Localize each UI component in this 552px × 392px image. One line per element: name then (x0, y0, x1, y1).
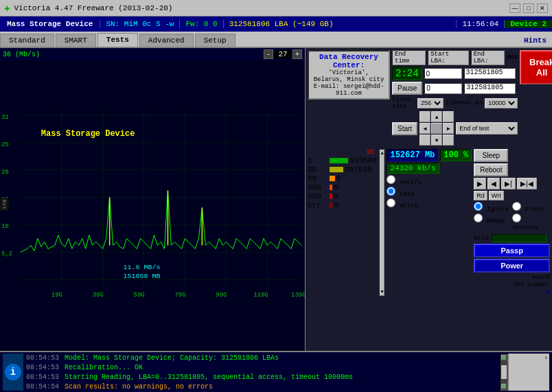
drc-box: Data Recovery Center: 'Victoria', Belaru… (308, 50, 390, 100)
play-button[interactable]: ▶ (474, 178, 486, 189)
svg-text:19G: 19G (51, 292, 62, 299)
start-button[interactable]: Start (392, 122, 417, 135)
remap-radio[interactable] (474, 214, 483, 222)
log-scroll-up[interactable]: ▲ (501, 355, 507, 360)
rd-button[interactable]: Rd (474, 191, 487, 200)
dpad-up-right[interactable] (443, 111, 454, 122)
timeout-label: timeout,ms (446, 100, 483, 106)
graph-counter: - 27 + (264, 49, 302, 59)
erase-radio[interactable] (512, 202, 521, 211)
break-all-button[interactable]: Break All (520, 50, 552, 84)
graph-svg: 31 25 20 15 10 5,2 19G 39G 59G 79G 99G 1… (0, 60, 305, 348)
tab-advanced[interactable]: Advanced (139, 34, 194, 47)
direction-pad: ▲ ◄ ► ▼ (419, 111, 454, 146)
maximize-button[interactable]: □ (523, 3, 534, 13)
max-label: MAX (507, 54, 518, 61)
dpad-up[interactable]: ▲ (431, 111, 442, 122)
drc-title: Data Recovery Center: (313, 53, 384, 69)
restore-radio[interactable] (512, 214, 521, 222)
title-bar-controls: — □ ✕ (509, 3, 548, 13)
block-size-label: block size (392, 96, 415, 110)
dpad-center[interactable] (431, 123, 442, 134)
log-time-3: 08:54:53 (26, 373, 59, 382)
dpad-down[interactable]: ▼ (431, 135, 442, 146)
write-radio-label[interactable]: write (387, 198, 472, 209)
device-sn: SN: MiM 0c S -w (100, 20, 180, 28)
restore-radio-label[interactable]: Restore (512, 214, 550, 231)
block-size-select[interactable]: 256 (417, 98, 444, 108)
app-icon: ✚ (4, 2, 10, 14)
counter-value: 27 (275, 50, 291, 58)
read-radio-label[interactable]: read (387, 187, 472, 198)
timeout-select[interactable]: 10000 (485, 98, 518, 108)
sleep-button[interactable]: Sleep (474, 149, 508, 162)
right-panel: Data Recovery Center: 'Victoria', Belaru… (306, 48, 552, 351)
svg-text:31: 31 (1, 114, 9, 121)
svg-text:10: 10 (1, 223, 9, 230)
ignore-radio-label[interactable]: Ignore (474, 202, 511, 213)
erase-radio-label[interactable]: Erase (512, 202, 550, 213)
drc-line2: E-mail: sergei@hdd-911.com (313, 83, 384, 97)
device-name: Mass Storage Device (0, 20, 100, 28)
hist-bar-err (330, 203, 332, 208)
dpad-up-left[interactable] (419, 111, 430, 122)
skip-end-button[interactable]: ▶|◀ (517, 178, 537, 189)
drc-line1: 'Victoria', Belarus, Minsk city (313, 69, 384, 83)
dpad-left[interactable]: ◄ (419, 123, 430, 134)
grid-label: Grid (474, 235, 489, 242)
close-button[interactable]: ✕ (537, 3, 548, 13)
api-value: 2 (547, 289, 550, 296)
log-scroll-thumb (501, 365, 507, 379)
mid-scrollbar[interactable]: ▲ ▼ (379, 149, 384, 296)
log-scrollbar[interactable]: ▲ ▼ (500, 354, 508, 391)
hist-bar-20 (330, 167, 343, 172)
dpad-down-right[interactable] (443, 135, 454, 146)
passp-button[interactable]: Passp (474, 244, 550, 257)
log-entry-4: 08:54:54 Scan results: no warnings, no e… (26, 382, 500, 392)
wrt-button[interactable]: Wrt (489, 191, 504, 200)
power-button[interactable]: Power (474, 259, 550, 273)
tab-smart[interactable]: SMART (56, 34, 96, 47)
log-area: i 08:54:53 Model: Mass Storage Device; C… (0, 351, 552, 392)
device-fw: Fw: 0 0 (180, 20, 223, 28)
tab-setup[interactable]: Setup (195, 34, 235, 47)
ignore-radio[interactable] (474, 202, 483, 211)
dpad-right[interactable]: ► (443, 123, 454, 134)
right-button-column: Sleep Reboot ▶ ◀ ▶| ▶|◀ Rd Wrt (474, 149, 550, 296)
main-area: 36 (Mb/s) - 27 + (0, 48, 552, 392)
reboot-button[interactable]: Reboot (474, 163, 508, 176)
verify-radio[interactable] (387, 175, 395, 184)
log-entry-3: 08:54:53 Starting Reading, LBA=0..312581… (26, 373, 500, 382)
minimize-button[interactable]: — (509, 3, 520, 13)
svg-text:25: 25 (1, 141, 9, 148)
skip-forward-button[interactable]: ▶| (501, 178, 516, 189)
verify-radio-label[interactable]: verify (387, 175, 472, 186)
hist-row-20: 20 287510 (308, 165, 377, 174)
api-label: API number (513, 281, 550, 288)
counter-minus-button[interactable]: - (264, 49, 273, 59)
start-lba2-input[interactable] (424, 83, 462, 94)
end-time-label: End time (392, 50, 426, 65)
end-of-test-select[interactable]: End of test (456, 122, 518, 135)
svg-text:79G: 79G (174, 292, 185, 299)
tab-standard[interactable]: Standard (0, 34, 54, 47)
hist-bar-600 (330, 194, 332, 199)
log-br-chevron: › (510, 355, 548, 362)
svg-text:119G: 119G (253, 292, 268, 299)
write-radio[interactable] (387, 198, 395, 207)
pause-button[interactable]: Pause (392, 82, 422, 95)
counter-plus-button[interactable]: + (292, 49, 302, 59)
remap-radio-label[interactable]: Remap (474, 214, 511, 231)
hist-row-5: 5 933508 (308, 157, 377, 165)
start-lba-input[interactable] (424, 68, 462, 79)
sound-api-section: sound API number 2 (474, 274, 550, 296)
hist-bar-5 (330, 158, 348, 163)
log-scroll-down[interactable]: ▼ (501, 384, 507, 389)
read-radio[interactable] (387, 187, 395, 196)
content-row: 36 (Mb/s) - 27 + (0, 48, 552, 351)
device-time: 11:56:04 (456, 20, 505, 28)
back-button[interactable]: ◀ (487, 178, 500, 189)
dpad-down-left[interactable] (419, 135, 430, 146)
log-icon: i (3, 354, 23, 391)
tab-tests[interactable]: Tests (97, 33, 138, 47)
